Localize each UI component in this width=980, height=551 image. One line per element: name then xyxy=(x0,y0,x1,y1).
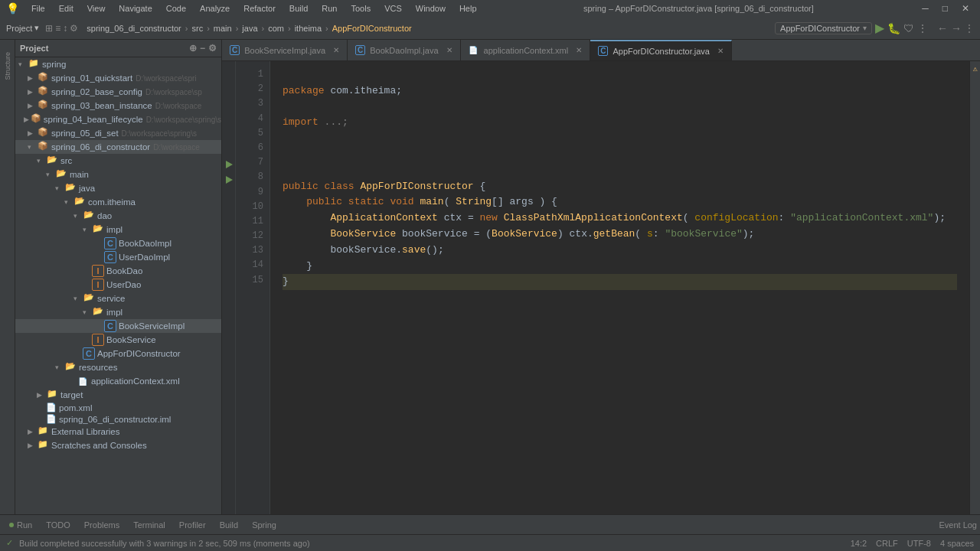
tree-item-spring[interactable]: ▾ 📁 spring xyxy=(15,57,221,71)
nav-more[interactable]: ⋮ xyxy=(965,23,974,34)
run-button[interactable]: ▶ xyxy=(875,21,884,35)
event-log-link[interactable]: Event Log xyxy=(939,520,977,530)
run-class-icon[interactable] xyxy=(224,159,234,170)
breadcrumb-item-5[interactable]: itheima xyxy=(292,22,324,34)
tree-item-dao[interactable]: ▾ 📂 dao xyxy=(15,209,221,223)
ln-10[interactable]: 10 xyxy=(242,200,263,214)
menu-navigate[interactable]: Navigate xyxy=(116,2,155,15)
code-editor[interactable]: 1 2 3 4 5 6 7 8 9 10 11 12 13 14 15 xyxy=(222,61,980,514)
indent-info[interactable]: 4 spaces xyxy=(940,539,974,548)
locate-file-icon[interactable]: ⊕ xyxy=(189,43,197,54)
breadcrumb-item-2[interactable]: main xyxy=(211,22,234,34)
tree-item-iml[interactable]: ▾ 📄 spring_06_di_constructor.iml xyxy=(15,413,221,425)
tab-bookdaoimpl[interactable]: C BookDaoImpl.java ✕ xyxy=(348,40,461,60)
tree-item-spring05[interactable]: ▶ 📦 spring_05_di_set D:\workspace\spring… xyxy=(15,126,221,140)
ln-13[interactable]: 13 xyxy=(242,243,263,258)
tab-close-bookserviceimpl[interactable]: ✕ xyxy=(333,46,339,54)
ln-12[interactable]: 12 xyxy=(242,229,263,243)
tree-item-pom[interactable]: ▾ 📄 pom.xml xyxy=(15,402,221,413)
ln-15[interactable]: 15 xyxy=(242,273,263,288)
collapse-all-icon[interactable]: − xyxy=(200,43,205,54)
breadcrumb-item-1[interactable]: src xyxy=(189,22,205,34)
nav-back[interactable]: ← xyxy=(937,22,948,34)
tree-item-userdaoimpl[interactable]: ▾ C UserDaoImpl xyxy=(15,250,221,264)
tree-item-bookservice[interactable]: ▾ I BookService xyxy=(15,333,221,347)
tree-item-spring03[interactable]: ▶ 📦 spring_03_bean_instance D:\workspace xyxy=(15,99,221,112)
tree-item-spring02[interactable]: ▶ 📦 spring_02_base_config D:\workspace\s… xyxy=(15,85,221,99)
tab-appfordic[interactable]: C AppForDIConstructor.java ✕ xyxy=(590,40,732,60)
tree-item-service[interactable]: ▾ 📂 service xyxy=(15,292,221,305)
menu-analyze[interactable]: Analyze xyxy=(197,2,233,15)
close-button[interactable]: ✕ xyxy=(957,3,974,14)
menu-tools[interactable]: Tools xyxy=(348,2,374,15)
tab-applicationcontext[interactable]: 📄 applicationContext.xml ✕ xyxy=(461,40,591,60)
encoding[interactable]: UTF-8 xyxy=(907,539,931,548)
structure-icon[interactable]: Structure xyxy=(4,46,11,86)
more-run-options[interactable]: ⋮ xyxy=(917,22,928,34)
debug-button[interactable]: 🐛 xyxy=(887,22,900,34)
toolbar-tab-spring[interactable]: Spring xyxy=(246,519,283,531)
tab-bookserviceimpl[interactable]: C BookServiceImpl.java ✕ xyxy=(222,40,348,60)
tree-item-scratches[interactable]: ▶ 📁 Scratches and Consoles xyxy=(15,439,221,452)
nav-icon-1[interactable]: ⊞ xyxy=(45,23,53,34)
warning-marker[interactable]: ⚠ xyxy=(972,64,977,73)
ln-1[interactable]: 1 xyxy=(242,67,263,82)
code-content[interactable]: package com.itheima; import ...; public xyxy=(270,61,969,514)
toolbar-tab-build[interactable]: Build xyxy=(214,519,244,531)
breadcrumb-item-0[interactable]: spring_06_di_constructor xyxy=(84,22,184,34)
tree-item-appcontext-xml[interactable]: ▾ 📄 applicationContext.xml xyxy=(15,374,221,388)
ln-8[interactable]: 8 xyxy=(242,170,263,184)
tree-item-ext-libs[interactable]: ▶ 📁 External Libraries xyxy=(15,425,221,439)
ln-4[interactable]: 4 xyxy=(242,112,263,126)
tree-item-bookdao[interactable]: ▾ I BookDao xyxy=(15,264,221,278)
tree-item-bookdaoimpl[interactable]: ▾ C BookDaoImpl xyxy=(15,236,221,250)
menu-refactor[interactable]: Refactor xyxy=(240,2,279,15)
tree-item-impl-dao[interactable]: ▾ 📂 impl xyxy=(15,223,221,236)
toolbar-tab-terminal[interactable]: Terminal xyxy=(127,519,172,531)
minimize-button[interactable]: ─ xyxy=(917,3,933,14)
nav-icon-2[interactable]: ≡ xyxy=(55,23,60,34)
tree-item-src[interactable]: ▾ 📂 src xyxy=(15,154,221,168)
menu-edit[interactable]: Edit xyxy=(56,2,77,15)
tree-item-spring01[interactable]: ▶ 📦 spring_01_quickstart D:\workspace\sp… xyxy=(15,71,221,85)
tree-item-spring04[interactable]: ▶ 📦 spring_04_bean_lifecycle D:\workspac… xyxy=(15,112,221,126)
menu-view[interactable]: View xyxy=(84,2,109,15)
ln-5[interactable]: 5 xyxy=(242,126,263,141)
toolbar-tab-profiler[interactable]: Profiler xyxy=(173,519,212,531)
menu-window[interactable]: Window xyxy=(413,2,449,15)
tree-item-appfordic[interactable]: ▾ C AppForDIConstructor xyxy=(15,347,221,360)
nav-icon-3[interactable]: ↕ xyxy=(63,23,67,34)
menu-code[interactable]: Code xyxy=(163,2,189,15)
menu-run[interactable]: Run xyxy=(318,2,340,15)
ln-9[interactable]: 9 xyxy=(242,185,263,200)
ln-2[interactable]: 2 xyxy=(242,82,263,96)
run-dropdown-arrow[interactable]: ▾ xyxy=(863,24,867,32)
toolbar-tab-problems[interactable]: Problems xyxy=(78,519,126,531)
ln-6[interactable]: 6 xyxy=(242,141,263,155)
run-with-coverage-button[interactable]: 🛡 xyxy=(903,22,914,34)
tree-item-java[interactable]: ▾ 📂 java xyxy=(15,181,221,195)
tab-close-appcontext[interactable]: ✕ xyxy=(576,46,582,54)
breadcrumb-item-4[interactable]: com xyxy=(266,22,286,34)
menu-help[interactable]: Help xyxy=(456,2,480,15)
project-dropdown[interactable]: Project ▾ xyxy=(6,23,39,33)
ln-7[interactable]: 7 xyxy=(242,155,263,170)
tree-item-resources[interactable]: ▾ 📂 resources xyxy=(15,360,221,374)
tree-item-bookserviceimpl[interactable]: ▾ C BookServiceImpl xyxy=(15,319,221,333)
tree-item-spring06[interactable]: ▾ 📦 spring_06_di_constructor D:\workspac… xyxy=(15,140,221,154)
menu-vcs[interactable]: VCS xyxy=(381,2,405,15)
nav-forward[interactable]: → xyxy=(951,22,962,34)
run-main-icon[interactable] xyxy=(224,174,234,185)
tree-item-com-itheima[interactable]: ▾ 📂 com.itheima xyxy=(15,195,221,209)
nav-icon-4[interactable]: ⚙ xyxy=(70,23,78,34)
tab-close-bookdaoimpl[interactable]: ✕ xyxy=(446,46,452,54)
menu-file[interactable]: File xyxy=(28,2,48,15)
ln-11[interactable]: 11 xyxy=(242,214,263,229)
tree-item-target[interactable]: ▶ 📁 target xyxy=(15,388,221,402)
breadcrumb-item-6[interactable]: AppForDIConstructor xyxy=(330,22,414,34)
line-ending[interactable]: CRLF xyxy=(876,539,898,548)
breadcrumb-item-3[interactable]: java xyxy=(240,22,260,34)
menu-build[interactable]: Build xyxy=(286,2,311,15)
tree-item-impl-service[interactable]: ▾ 📂 impl xyxy=(15,305,221,319)
ln-3[interactable]: 3 xyxy=(242,96,263,111)
